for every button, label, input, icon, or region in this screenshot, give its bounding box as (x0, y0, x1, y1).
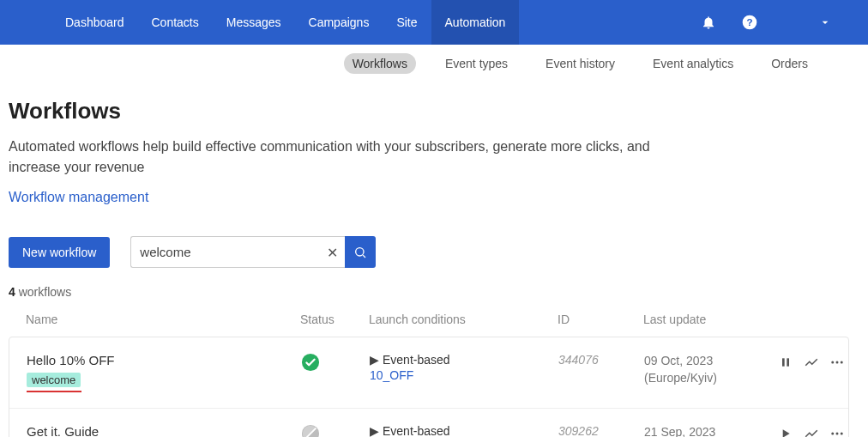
svg-point-7 (831, 361, 834, 364)
search-icon (353, 246, 367, 259)
workflow-name[interactable]: Get it. Guide (27, 424, 99, 437)
svg-point-15 (841, 433, 843, 435)
subnav-event-types[interactable]: Event types (437, 53, 516, 74)
workflow-management-link[interactable]: Workflow management (9, 190, 148, 205)
col-launch: Launch conditions (369, 313, 558, 326)
top-navbar: Dashboard Contacts Messages Campaigns Si… (0, 0, 868, 45)
nav-automation[interactable]: Automation (431, 0, 520, 45)
start-button[interactable] (773, 424, 799, 437)
workflow-name[interactable]: Hello 10% OFF (27, 353, 115, 367)
workflow-conditions: ▶Event-based Complete survey (370, 424, 558, 437)
col-id: ID (558, 313, 643, 326)
workflow-tag[interactable]: welcome (27, 373, 81, 387)
top-icons: ? (700, 0, 851, 45)
nav-messages[interactable]: Messages (213, 0, 295, 45)
clear-search-icon[interactable]: ✕ (327, 244, 338, 260)
stats-button[interactable] (799, 424, 824, 437)
svg-point-13 (831, 433, 834, 435)
workflow-last-update: 21 Sep, 2023 (Europe/Kyiv) (644, 424, 773, 437)
stats-icon (804, 355, 819, 370)
table-header: Name Status Launch conditions ID Last up… (9, 299, 849, 337)
status-active-icon (301, 353, 320, 372)
svg-rect-5 (782, 358, 785, 366)
nav-contacts[interactable]: Contacts (138, 0, 213, 45)
sub-nav: Workflows Event types Event history Even… (0, 45, 868, 82)
col-name: Name (26, 313, 300, 326)
svg-point-8 (836, 361, 839, 364)
account-dropdown-icon[interactable] (817, 14, 834, 31)
table-row: Get it. Guide welcome ▶Event-based Compl… (9, 408, 848, 437)
workflow-id: 309262 (558, 424, 644, 437)
workflow-id: 344076 (558, 353, 644, 367)
page-description: Automated workflows help build effective… (9, 137, 695, 178)
svg-marker-12 (783, 429, 790, 437)
workflow-last-update: 09 Oct, 2023 (Europe/Kyiv) (644, 353, 773, 386)
play-icon (779, 427, 793, 437)
workflow-status (301, 353, 370, 372)
primary-nav: Dashboard Contacts Messages Campaigns Si… (51, 0, 519, 45)
workflow-count-label: workflows (19, 285, 71, 299)
svg-rect-6 (787, 358, 789, 366)
workflow-count: 4 workflows (9, 285, 849, 299)
table-row: Hello 10% OFF welcome ▶Event-based 10_OF… (9, 337, 848, 408)
col-last-update: Last update (643, 313, 868, 326)
workflow-table: Hello 10% OFF welcome ▶Event-based 10_OF… (9, 337, 849, 437)
workflow-conditions: ▶Event-based 10_OFF (370, 353, 558, 382)
nav-campaigns[interactable]: Campaigns (295, 0, 383, 45)
condition-type: Event-based (383, 353, 450, 367)
new-workflow-button[interactable]: New workflow (9, 237, 110, 268)
nav-site[interactable]: Site (383, 0, 431, 45)
condition-event-link[interactable]: 10_OFF (370, 368, 558, 382)
help-icon[interactable]: ? (741, 14, 758, 31)
svg-text:?: ? (746, 16, 752, 27)
status-inactive-icon (301, 424, 320, 437)
subnav-orders[interactable]: Orders (763, 53, 817, 74)
more-button[interactable] (824, 353, 850, 372)
play-indicator-icon: ▶ (370, 424, 379, 437)
svg-point-14 (836, 433, 839, 435)
annotation-underline (27, 391, 81, 392)
search-input[interactable] (130, 236, 345, 268)
bell-icon[interactable] (700, 14, 717, 31)
more-button[interactable] (824, 424, 850, 437)
stats-button[interactable] (799, 353, 824, 372)
workflow-count-number: 4 (9, 285, 15, 299)
search-button[interactable] (345, 236, 376, 268)
workflow-status (301, 424, 370, 437)
subnav-event-history[interactable]: Event history (537, 53, 624, 74)
subnav-workflows[interactable]: Workflows (344, 53, 416, 74)
nav-dashboard[interactable]: Dashboard (51, 0, 138, 45)
play-indicator-icon: ▶ (370, 353, 379, 367)
stats-icon (804, 426, 819, 437)
more-horizontal-icon (829, 355, 845, 370)
col-status: Status (300, 313, 369, 326)
search-box: ✕ (130, 236, 376, 268)
pause-button[interactable] (773, 353, 799, 372)
pause-icon (779, 355, 793, 369)
condition-type: Event-based (383, 424, 450, 437)
more-horizontal-icon (829, 426, 845, 437)
svg-point-9 (841, 361, 843, 364)
subnav-event-analytics[interactable]: Event analytics (644, 53, 742, 74)
svg-point-2 (356, 247, 364, 255)
svg-line-3 (363, 255, 365, 258)
page-title: Workflows (9, 98, 849, 124)
